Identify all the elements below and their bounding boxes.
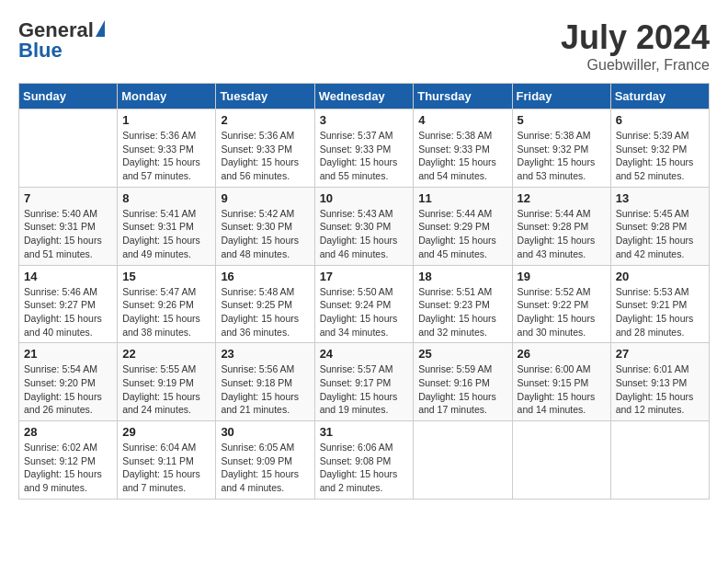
main-title: July 2024 (561, 18, 710, 57)
day-cell: 15Sunrise: 5:47 AM Sunset: 9:26 PM Dayli… (118, 265, 216, 343)
day-cell: 28Sunrise: 6:02 AM Sunset: 9:12 PM Dayli… (19, 421, 118, 500)
day-info: Sunrise: 5:38 AM Sunset: 9:32 PM Dayligh… (518, 129, 606, 183)
day-cell (610, 421, 709, 500)
day-number: 10 (320, 191, 409, 205)
calendar-table: SundayMondayTuesdayWednesdayThursdayFrid… (18, 83, 710, 500)
day-info: Sunrise: 5:51 AM Sunset: 9:23 PM Dayligh… (418, 285, 506, 339)
day-number: 24 (320, 347, 409, 361)
day-number: 18 (418, 270, 506, 283)
day-number: 28 (24, 425, 112, 439)
day-info: Sunrise: 5:56 AM Sunset: 9:18 PM Dayligh… (221, 362, 309, 417)
day-number: 11 (418, 191, 506, 205)
column-header-wednesday: Wednesday (314, 84, 414, 109)
day-cell: 23Sunrise: 5:56 AM Sunset: 9:18 PM Dayli… (216, 343, 314, 421)
day-number: 3 (320, 113, 409, 127)
day-number: 13 (616, 191, 704, 205)
day-cell: 29Sunrise: 6:04 AM Sunset: 9:11 PM Dayli… (118, 421, 216, 500)
day-info: Sunrise: 5:48 AM Sunset: 9:25 PM Dayligh… (221, 285, 309, 339)
day-cell: 11Sunrise: 5:44 AM Sunset: 9:29 PM Dayli… (414, 187, 512, 265)
day-cell: 21Sunrise: 5:54 AM Sunset: 9:20 PM Dayli… (19, 343, 118, 421)
day-cell: 20Sunrise: 5:53 AM Sunset: 9:21 PM Dayli… (610, 265, 709, 343)
day-cell: 12Sunrise: 5:44 AM Sunset: 9:28 PM Dayli… (512, 187, 610, 265)
day-cell: 6Sunrise: 5:39 AM Sunset: 9:32 PM Daylig… (610, 109, 709, 188)
day-cell: 16Sunrise: 5:48 AM Sunset: 9:25 PM Dayli… (216, 265, 314, 343)
day-cell: 18Sunrise: 5:51 AM Sunset: 9:23 PM Dayli… (414, 265, 512, 343)
day-cell: 4Sunrise: 5:38 AM Sunset: 9:33 PM Daylig… (414, 109, 512, 188)
day-number: 20 (616, 270, 704, 283)
header-row: SundayMondayTuesdayWednesdayThursdayFrid… (19, 84, 710, 109)
day-cell: 8Sunrise: 5:41 AM Sunset: 9:31 PM Daylig… (118, 187, 216, 265)
column-header-friday: Friday (512, 84, 610, 109)
day-number: 31 (320, 425, 409, 439)
column-header-tuesday: Tuesday (216, 84, 314, 109)
day-number: 9 (221, 191, 309, 205)
day-info: Sunrise: 5:46 AM Sunset: 9:27 PM Dayligh… (24, 285, 112, 339)
title-block: July 2024 Guebwiller, France (561, 18, 710, 74)
page-header: General Blue July 2024 Guebwiller, Franc… (18, 18, 710, 74)
column-header-monday: Monday (118, 84, 216, 109)
day-cell: 2Sunrise: 5:36 AM Sunset: 9:33 PM Daylig… (216, 109, 314, 188)
day-number: 21 (24, 347, 112, 361)
day-info: Sunrise: 5:57 AM Sunset: 9:17 PM Dayligh… (320, 362, 409, 417)
day-info: Sunrise: 6:06 AM Sunset: 9:08 PM Dayligh… (320, 441, 409, 495)
day-info: Sunrise: 5:53 AM Sunset: 9:21 PM Dayligh… (616, 285, 704, 339)
day-number: 4 (418, 113, 506, 127)
day-number: 8 (122, 191, 210, 205)
day-cell: 14Sunrise: 5:46 AM Sunset: 9:27 PM Dayli… (19, 265, 118, 343)
day-info: Sunrise: 5:50 AM Sunset: 9:24 PM Dayligh… (320, 285, 409, 339)
day-info: Sunrise: 5:40 AM Sunset: 9:31 PM Dayligh… (24, 207, 112, 261)
day-cell: 25Sunrise: 5:59 AM Sunset: 9:16 PM Dayli… (414, 343, 512, 421)
logo: General Blue (18, 18, 105, 63)
week-row-3: 14Sunrise: 5:46 AM Sunset: 9:27 PM Dayli… (19, 265, 710, 343)
day-info: Sunrise: 5:55 AM Sunset: 9:19 PM Dayligh… (122, 362, 210, 417)
day-cell: 9Sunrise: 5:42 AM Sunset: 9:30 PM Daylig… (216, 187, 314, 265)
day-cell: 17Sunrise: 5:50 AM Sunset: 9:24 PM Dayli… (314, 265, 414, 343)
day-info: Sunrise: 5:44 AM Sunset: 9:29 PM Dayligh… (418, 207, 506, 261)
day-info: Sunrise: 5:47 AM Sunset: 9:26 PM Dayligh… (122, 285, 210, 339)
day-info: Sunrise: 6:04 AM Sunset: 9:11 PM Dayligh… (122, 441, 210, 495)
day-info: Sunrise: 5:54 AM Sunset: 9:20 PM Dayligh… (24, 362, 112, 417)
day-number: 1 (122, 113, 210, 127)
day-number: 17 (320, 270, 409, 283)
day-cell: 27Sunrise: 6:01 AM Sunset: 9:13 PM Dayli… (610, 343, 709, 421)
day-cell (414, 421, 512, 500)
day-number: 5 (518, 113, 606, 127)
day-info: Sunrise: 5:44 AM Sunset: 9:28 PM Dayligh… (518, 207, 606, 261)
day-number: 15 (122, 270, 210, 283)
subtitle: Guebwiller, France (561, 57, 710, 74)
day-cell: 30Sunrise: 6:05 AM Sunset: 9:09 PM Dayli… (216, 421, 314, 500)
day-number: 23 (221, 347, 309, 361)
day-cell: 24Sunrise: 5:57 AM Sunset: 9:17 PM Dayli… (314, 343, 414, 421)
day-cell: 19Sunrise: 5:52 AM Sunset: 9:22 PM Dayli… (512, 265, 610, 343)
day-info: Sunrise: 6:05 AM Sunset: 9:09 PM Dayligh… (221, 441, 309, 495)
day-info: Sunrise: 5:37 AM Sunset: 9:33 PM Dayligh… (320, 129, 409, 183)
day-cell (512, 421, 610, 500)
column-header-saturday: Saturday (610, 84, 709, 109)
day-info: Sunrise: 5:59 AM Sunset: 9:16 PM Dayligh… (418, 362, 506, 417)
day-info: Sunrise: 5:41 AM Sunset: 9:31 PM Dayligh… (122, 207, 210, 261)
day-number: 16 (221, 270, 309, 283)
day-cell (19, 109, 118, 188)
day-number: 27 (616, 347, 704, 361)
logo-icon (96, 20, 105, 37)
day-number: 12 (518, 191, 606, 205)
day-info: Sunrise: 5:39 AM Sunset: 9:32 PM Dayligh… (616, 129, 704, 183)
day-number: 19 (518, 270, 606, 283)
day-info: Sunrise: 5:42 AM Sunset: 9:30 PM Dayligh… (221, 207, 309, 261)
day-cell: 13Sunrise: 5:45 AM Sunset: 9:28 PM Dayli… (610, 187, 709, 265)
day-cell: 3Sunrise: 5:37 AM Sunset: 9:33 PM Daylig… (314, 109, 414, 188)
day-info: Sunrise: 5:45 AM Sunset: 9:28 PM Dayligh… (616, 207, 704, 261)
week-row-1: 1Sunrise: 5:36 AM Sunset: 9:33 PM Daylig… (19, 109, 710, 188)
day-cell: 31Sunrise: 6:06 AM Sunset: 9:08 PM Dayli… (314, 421, 414, 500)
day-info: Sunrise: 5:36 AM Sunset: 9:33 PM Dayligh… (122, 129, 210, 183)
day-number: 30 (221, 425, 309, 439)
day-number: 26 (518, 347, 606, 361)
day-number: 22 (122, 347, 210, 361)
column-header-sunday: Sunday (19, 84, 118, 109)
day-cell: 22Sunrise: 5:55 AM Sunset: 9:19 PM Dayli… (118, 343, 216, 421)
week-row-2: 7Sunrise: 5:40 AM Sunset: 9:31 PM Daylig… (19, 187, 710, 265)
day-info: Sunrise: 5:38 AM Sunset: 9:33 PM Dayligh… (418, 129, 506, 183)
day-cell: 26Sunrise: 6:00 AM Sunset: 9:15 PM Dayli… (512, 343, 610, 421)
day-info: Sunrise: 6:02 AM Sunset: 9:12 PM Dayligh… (24, 441, 112, 495)
day-cell: 5Sunrise: 5:38 AM Sunset: 9:32 PM Daylig… (512, 109, 610, 188)
